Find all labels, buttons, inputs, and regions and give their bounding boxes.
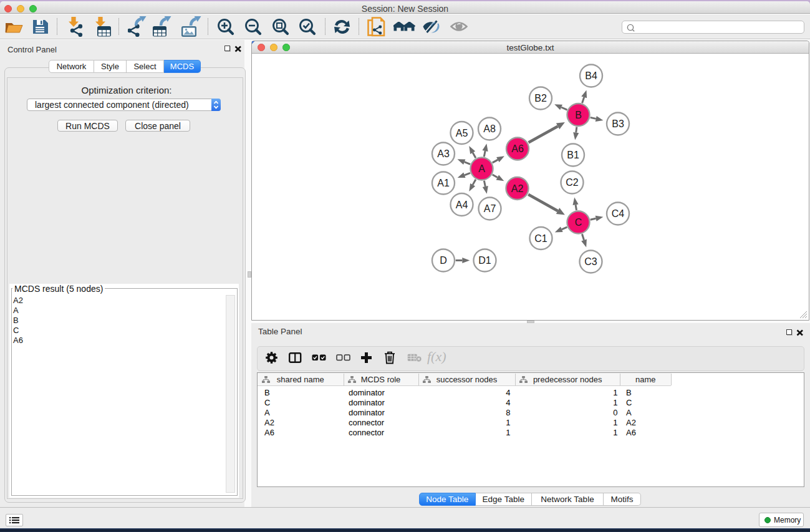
svg-text:C3: C3 xyxy=(584,256,597,267)
svg-text:A1: A1 xyxy=(437,178,450,188)
svg-text:B2: B2 xyxy=(534,93,547,104)
svg-text:A7: A7 xyxy=(484,203,496,214)
svg-text:B: B xyxy=(575,110,582,120)
svg-text:B3: B3 xyxy=(612,118,624,129)
svg-text:B1: B1 xyxy=(567,150,579,160)
svg-text:A6: A6 xyxy=(511,143,524,154)
svg-text:A: A xyxy=(478,163,485,174)
svg-text:C1: C1 xyxy=(534,233,547,244)
svg-text:C: C xyxy=(575,217,582,228)
svg-text:A5: A5 xyxy=(456,128,468,138)
svg-text:A3: A3 xyxy=(437,148,450,159)
svg-text:A8: A8 xyxy=(483,123,496,134)
svg-text:A2: A2 xyxy=(511,183,524,194)
svg-text:C4: C4 xyxy=(612,208,625,219)
svg-text:D1: D1 xyxy=(478,255,491,266)
svg-text:A4: A4 xyxy=(456,200,468,210)
svg-text:D: D xyxy=(440,255,447,266)
svg-text:C2: C2 xyxy=(566,177,579,188)
svg-text:B4: B4 xyxy=(585,70,597,81)
